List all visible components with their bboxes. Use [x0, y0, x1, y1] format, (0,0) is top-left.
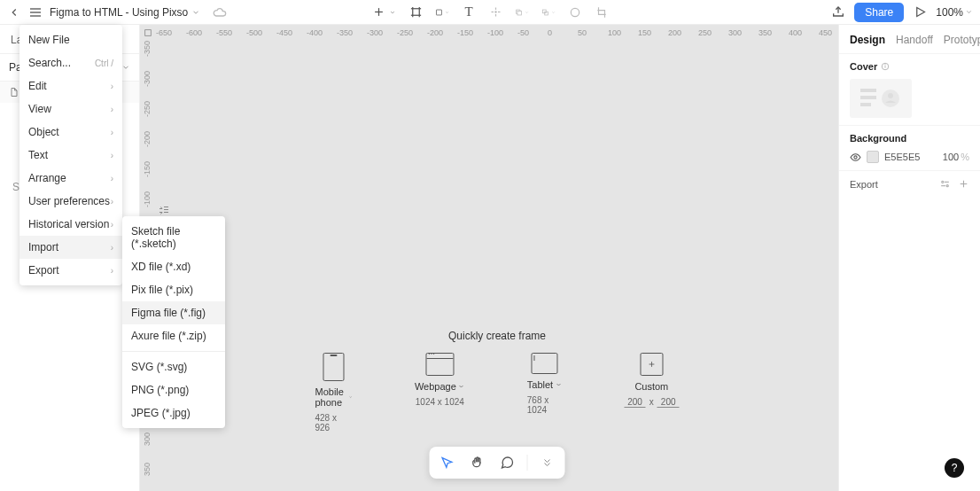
frame-dim: 768 x 1024: [527, 395, 562, 415]
cloud-sync-icon: [213, 5, 227, 19]
tablet-icon: [531, 353, 557, 374]
menu-object[interactable]: Object›: [19, 121, 122, 144]
hamburger-icon[interactable]: [28, 5, 43, 19]
main-menu: New File Search...Ctrl / Edit› View› Obj…: [19, 25, 122, 285]
menu-history[interactable]: Historical version›: [19, 213, 122, 236]
text-tool[interactable]: T: [462, 5, 476, 19]
frame-option-tablet[interactable]: Tablet 768 x 1024: [527, 353, 562, 433]
upload-icon[interactable]: [831, 5, 845, 19]
ruler-guide-icon[interactable]: [156, 206, 172, 214]
tab-design[interactable]: Design: [850, 34, 885, 46]
import-pix[interactable]: Pix file (*.pix): [122, 278, 225, 301]
bg-opacity[interactable]: 100: [943, 152, 959, 162]
ruler-corner-icon[interactable]: [140, 25, 156, 41]
svg-point-10: [494, 12, 495, 12]
back-icon[interactable]: [7, 5, 21, 19]
share-button[interactable]: Share: [854, 3, 904, 22]
comment-tool[interactable]: [497, 452, 518, 473]
svg-rect-33: [860, 103, 871, 106]
svg-point-37: [942, 181, 944, 183]
import-png[interactable]: PNG (*.png): [122, 378, 225, 401]
import-xd[interactable]: XD file (*.xd): [122, 255, 225, 278]
menu-new-file[interactable]: New File: [19, 28, 122, 51]
custom-icon: [640, 353, 663, 376]
frame-option-custom[interactable]: Custom 200 x 200: [624, 353, 679, 433]
eye-icon[interactable]: [850, 152, 861, 163]
cursor-tool[interactable]: [437, 452, 458, 473]
svg-point-36: [854, 155, 857, 158]
svg-point-18: [571, 8, 579, 16]
svg-point-39: [946, 185, 948, 187]
menu-arrange[interactable]: Arrange›: [19, 167, 122, 190]
menu-export[interactable]: Export›: [19, 259, 122, 282]
add-tool[interactable]: [371, 5, 385, 19]
chevron-down-icon[interactable]: [121, 63, 130, 72]
tab-handoff[interactable]: Handoff: [896, 34, 933, 46]
hand-tool[interactable]: [467, 452, 488, 473]
menu-text[interactable]: Text›: [19, 144, 122, 167]
frame-option-webpage[interactable]: Webpage 1024 x 1024: [415, 353, 465, 433]
quick-create-title: Quickly create frame: [448, 330, 546, 342]
plus-icon[interactable]: [958, 178, 969, 190]
play-icon[interactable]: [913, 5, 927, 19]
svg-marker-19: [917, 8, 925, 17]
svg-rect-9: [436, 10, 441, 15]
svg-rect-31: [860, 89, 876, 92]
background-label: Background: [850, 133, 969, 144]
copy-tool[interactable]: [515, 5, 529, 19]
svg-rect-15: [517, 11, 521, 14]
toolbar-more[interactable]: [537, 452, 558, 473]
boolean-tool[interactable]: [541, 5, 556, 19]
menu-user-pref[interactable]: User preferences›: [19, 190, 122, 213]
frame-option-mobile[interactable]: Mobile phone 428 x 926: [315, 353, 352, 433]
chevron-down-icon[interactable]: [389, 9, 396, 16]
frame-tool[interactable]: [408, 5, 423, 19]
export-label: Export: [850, 179, 878, 190]
menu-import[interactable]: Import›: [19, 236, 122, 259]
phone-icon: [323, 353, 345, 381]
settings-icon[interactable]: [939, 178, 951, 190]
import-jpeg[interactable]: JPEG (*.jpg): [122, 401, 225, 425]
webpage-icon: [425, 353, 454, 376]
tab-prototype[interactable]: Prototype: [944, 34, 980, 46]
ruler-horizontal: -650-600-550-500-450-400-350-300-250-200…: [156, 25, 838, 41]
bg-opunit: %: [961, 152, 969, 162]
bg-value[interactable]: E5E5E5: [884, 152, 920, 162]
svg-rect-32: [860, 96, 876, 99]
zoom-control[interactable]: 100%: [936, 6, 973, 19]
svg-rect-22: [145, 30, 152, 36]
frame-dim: 428 x 926: [315, 413, 352, 433]
import-sketch[interactable]: Sketch file (*.sketch): [122, 220, 225, 255]
menu-view[interactable]: View›: [19, 97, 122, 121]
info-icon[interactable]: [881, 62, 890, 71]
crop-tool[interactable]: [595, 5, 609, 19]
menu-edit[interactable]: Edit›: [19, 74, 122, 97]
cover-label: Cover: [850, 61, 969, 72]
import-svg[interactable]: SVG (*.svg): [122, 355, 225, 378]
floating-toolbar: [430, 447, 565, 479]
shape-tool[interactable]: [435, 5, 449, 19]
import-submenu: Sketch file (*.sketch) XD file (*.xd) Pi…: [122, 216, 225, 428]
menu-search[interactable]: Search...Ctrl /: [19, 51, 122, 74]
align-tool[interactable]: [488, 5, 502, 19]
page-icon: [9, 87, 19, 97]
custom-dims[interactable]: 200 x 200: [624, 397, 679, 408]
mask-tool[interactable]: [568, 5, 582, 19]
import-figma[interactable]: Figma file (*.fig): [122, 301, 225, 324]
import-axure[interactable]: Axure file (*.zip): [122, 324, 225, 347]
layer-search-hint: S: [12, 181, 19, 193]
help-button[interactable]: ?: [945, 458, 964, 478]
color-swatch[interactable]: [867, 151, 879, 163]
svg-point-35: [888, 93, 893, 98]
frame-dim: 1024 x 1024: [416, 397, 464, 407]
file-title[interactable]: Figma to HTML - Using Pixso: [50, 6, 200, 19]
cover-thumb[interactable]: [850, 79, 912, 118]
